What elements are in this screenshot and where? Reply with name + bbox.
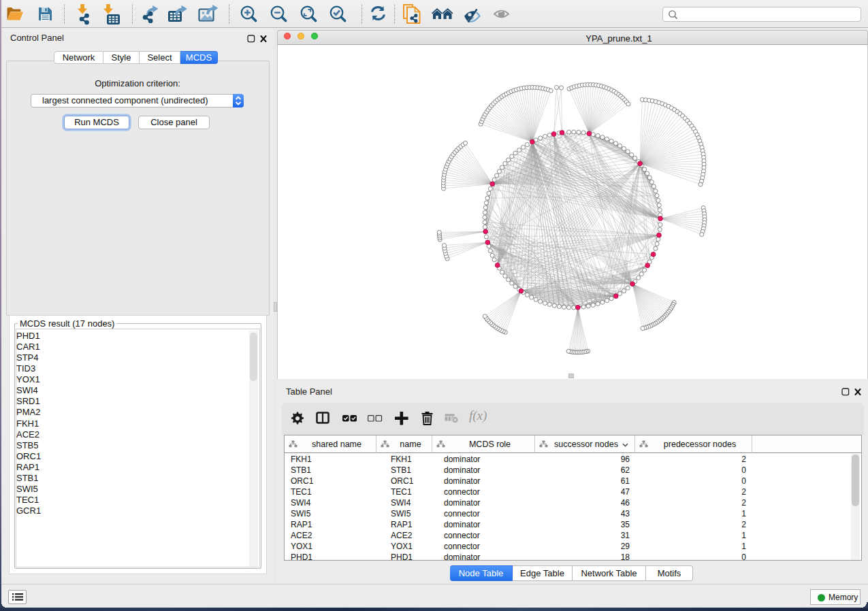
svg-text:f(x): f(x) <box>469 409 487 423</box>
